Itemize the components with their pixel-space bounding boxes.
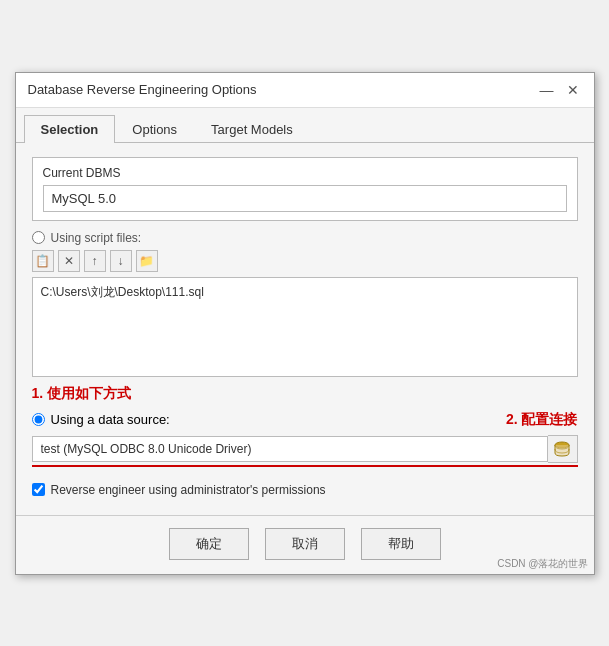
script-files-row: Using script files:	[32, 231, 578, 245]
tab-options[interactable]: Options	[115, 115, 194, 143]
title-bar-controls: — ✕	[538, 81, 582, 99]
toolbar-down-btn[interactable]: ↓	[110, 250, 132, 272]
annotation-2: 2. 配置连接	[506, 411, 578, 429]
admin-permissions-checkbox[interactable]	[32, 483, 45, 496]
tab-target-models[interactable]: Target Models	[194, 115, 310, 143]
data-source-configure-btn[interactable]	[548, 435, 578, 463]
script-files-radio[interactable]	[32, 231, 45, 244]
tab-bar: Selection Options Target Models	[16, 108, 594, 143]
toolbar-up-btn[interactable]: ↑	[84, 250, 106, 272]
ok-button[interactable]: 确定	[169, 528, 249, 560]
minimize-button[interactable]: —	[538, 81, 556, 99]
data-source-input-row	[32, 435, 578, 467]
data-source-radio[interactable]	[32, 413, 45, 426]
tab-content: Current DBMS Using script files: 📋 ✕ ↑ ↓…	[16, 143, 594, 515]
checkbox-row: Reverse engineer using administrator's p…	[32, 483, 578, 497]
close-button[interactable]: ✕	[564, 81, 582, 99]
script-files-label: Using script files:	[51, 231, 142, 245]
dialog: Database Reverse Engineering Options — ✕…	[15, 72, 595, 575]
current-dbms-input[interactable]	[43, 185, 567, 212]
toolbar-browse-btn[interactable]: 📁	[136, 250, 158, 272]
data-source-label-row: Using a data source:	[32, 412, 170, 427]
title-bar: Database Reverse Engineering Options — ✕	[16, 73, 594, 108]
data-source-label: Using a data source:	[51, 412, 170, 427]
data-source-input[interactable]	[32, 436, 548, 462]
annotation-1: 1. 使用如下方式	[32, 385, 578, 403]
file-path: C:\Users\刘龙\Desktop\111.sql	[41, 285, 204, 299]
help-button[interactable]: 帮助	[361, 528, 441, 560]
toolbar-add-btn[interactable]: 📋	[32, 250, 54, 272]
toolbar-remove-btn[interactable]: ✕	[58, 250, 80, 272]
data-source-row: Using a data source: 2. 配置连接	[32, 411, 578, 429]
admin-permissions-label: Reverse engineer using administrator's p…	[51, 483, 326, 497]
file-list: C:\Users\刘龙\Desktop\111.sql	[32, 277, 578, 377]
tab-selection[interactable]: Selection	[24, 115, 116, 143]
script-files-toolbar: 📋 ✕ ↑ ↓ 📁	[32, 250, 578, 272]
cancel-button[interactable]: 取消	[265, 528, 345, 560]
current-dbms-group: Current DBMS	[32, 157, 578, 221]
dialog-title: Database Reverse Engineering Options	[28, 82, 257, 97]
watermark: CSDN @落花的世界	[497, 557, 588, 571]
current-dbms-label: Current DBMS	[43, 166, 567, 180]
database-icon	[553, 440, 571, 458]
